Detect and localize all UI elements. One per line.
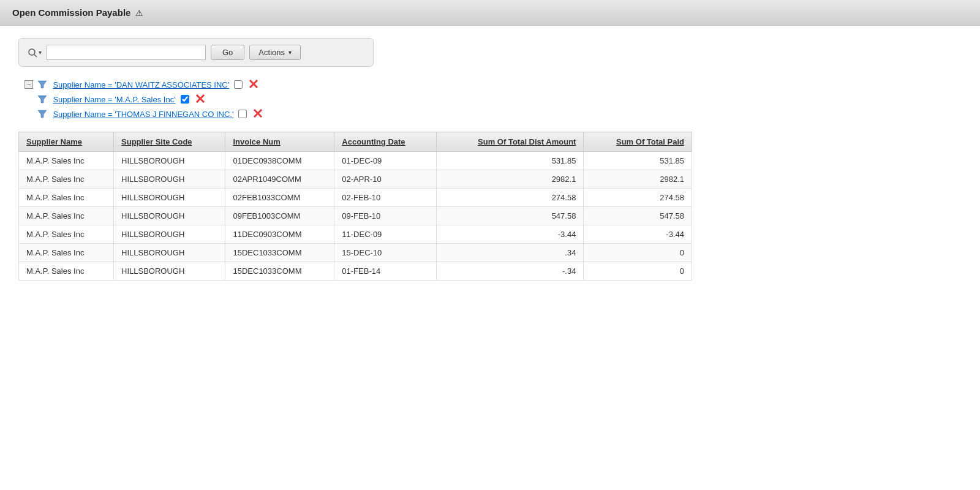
cell-supplier_name: M.A.P. Sales Inc	[19, 225, 114, 244]
funnel-icon-3	[37, 108, 48, 119]
cell-supplier_site_code: HILLSBOROUGH	[114, 244, 225, 262]
filter-checkbox-3[interactable]	[238, 110, 247, 118]
cell-supplier_name: M.A.P. Sales Inc	[19, 189, 114, 207]
page-title: Open Commission Payable	[12, 7, 130, 18]
filter-checkbox-1[interactable]	[234, 80, 243, 89]
filter-link-3[interactable]: Supplier Name = 'THOMAS J FINNEGAN CO IN…	[53, 110, 233, 119]
funnel-icon-2	[37, 94, 48, 105]
search-input[interactable]	[47, 45, 206, 60]
table-row: M.A.P. Sales IncHILLSBOROUGH02FEB1033COM…	[19, 189, 692, 207]
cell-invoice_num: 15DEC1033COMM	[225, 262, 334, 281]
filter-link-1[interactable]: Supplier Name = 'DAN WAITZ ASSOCIATES IN…	[53, 80, 229, 89]
collapse-icon[interactable]: −	[24, 80, 33, 89]
filter-link-2[interactable]: Supplier Name = 'M.A.P. Sales Inc'	[53, 95, 175, 104]
table-row: M.A.P. Sales IncHILLSBOROUGH15DEC1033COM…	[19, 262, 692, 281]
filter-rows: Supplier Name = 'DAN WAITZ ASSOCIATES IN…	[37, 79, 263, 119]
cell-supplier_site_code: HILLSBOROUGH	[114, 262, 225, 281]
filter-row: Supplier Name = 'M.A.P. Sales Inc'	[37, 94, 263, 105]
data-table: Supplier Name Supplier Site Code Invoice…	[18, 132, 692, 281]
cell-accounting_date: 02-APR-10	[334, 170, 437, 189]
cell-invoice_num: 15DEC1033COMM	[225, 244, 334, 262]
content-area: ▾ Go Actions ▾ −	[0, 26, 980, 293]
delete-icon-3[interactable]	[252, 108, 263, 119]
svg-line-1	[34, 55, 37, 57]
delete-icon-2[interactable]	[194, 94, 205, 105]
cell-supplier_name: M.A.P. Sales Inc	[19, 262, 114, 281]
cell-sum_total_paid: -3.44	[584, 225, 692, 244]
col-header-supplier-site-code: Supplier Site Code	[114, 132, 225, 152]
search-icon-button[interactable]: ▾	[28, 48, 42, 58]
col-header-accounting-date: Accounting Date	[334, 132, 437, 152]
cell-accounting_date: 09-FEB-10	[334, 207, 437, 225]
cell-supplier_site_code: HILLSBOROUGH	[114, 170, 225, 189]
cell-sum_dist_amount: .34	[436, 244, 584, 262]
table-header-row: Supplier Name Supplier Site Code Invoice…	[19, 132, 692, 152]
col-header-invoice-num: Invoice Num	[225, 132, 334, 152]
delete-icon-1[interactable]	[247, 79, 258, 90]
cell-supplier_name: M.A.P. Sales Inc	[19, 152, 114, 170]
svg-marker-10	[254, 110, 262, 117]
cell-sum_dist_amount: -.34	[436, 262, 584, 281]
page-container: Open Commission Payable ⚠ ▾ Go Actions ▾	[0, 0, 980, 490]
cell-invoice_num: 09FEB1003COMM	[225, 207, 334, 225]
table-row: M.A.P. Sales IncHILLSBOROUGH11DEC0903COM…	[19, 225, 692, 244]
table-row: M.A.P. Sales IncHILLSBOROUGH01DEC0938COM…	[19, 152, 692, 170]
svg-marker-5	[38, 96, 47, 103]
filter-row: Supplier Name = 'DAN WAITZ ASSOCIATES IN…	[37, 79, 263, 90]
col-header-sum-total-paid: Sum Of Total Paid	[584, 132, 692, 152]
title-bar: Open Commission Payable ⚠	[0, 0, 980, 26]
cell-sum_total_paid: 547.58	[584, 207, 692, 225]
cell-sum_dist_amount: 531.85	[436, 152, 584, 170]
cell-invoice_num: 02FEB1033COMM	[225, 189, 334, 207]
table-row: M.A.P. Sales IncHILLSBOROUGH02APR1049COM…	[19, 170, 692, 189]
cell-supplier_site_code: HILLSBOROUGH	[114, 207, 225, 225]
cell-accounting_date: 02-FEB-10	[334, 189, 437, 207]
cell-sum_total_paid: 0	[584, 244, 692, 262]
col-sort-supplier-site-code[interactable]: Supplier Site Code	[121, 137, 192, 146]
cell-sum_dist_amount: 274.58	[436, 189, 584, 207]
cell-sum_total_paid: 0	[584, 262, 692, 281]
col-sort-accounting-date[interactable]: Accounting Date	[342, 137, 405, 146]
cell-supplier_site_code: HILLSBOROUGH	[114, 189, 225, 207]
cell-invoice_num: 01DEC0938COMM	[225, 152, 334, 170]
cell-sum_total_paid: 531.85	[584, 152, 692, 170]
table-row: M.A.P. Sales IncHILLSBOROUGH09FEB1003COM…	[19, 207, 692, 225]
col-sort-supplier-name[interactable]: Supplier Name	[26, 137, 82, 146]
cell-accounting_date: 11-DEC-09	[334, 225, 437, 244]
filter-group: − Supplier Name = 'DAN WAITZ ASSOCIATES …	[24, 79, 962, 119]
svg-point-0	[29, 49, 35, 55]
cell-sum_dist_amount: -3.44	[436, 225, 584, 244]
cell-accounting_date: 01-FEB-14	[334, 262, 437, 281]
actions-label: Actions	[258, 48, 285, 57]
search-dropdown-arrow: ▾	[39, 49, 42, 56]
cell-invoice_num: 11DEC0903COMM	[225, 225, 334, 244]
svg-marker-7	[197, 95, 204, 102]
warning-icon: ⚠	[135, 8, 143, 18]
go-button[interactable]: Go	[211, 45, 244, 60]
cell-sum_total_paid: 274.58	[584, 189, 692, 207]
cell-accounting_date: 01-DEC-09	[334, 152, 437, 170]
col-header-sum-dist-amount: Sum Of Total Dist Amount	[436, 132, 584, 152]
filters-section: − Supplier Name = 'DAN WAITZ ASSOCIATES …	[18, 79, 962, 119]
cell-sum_total_paid: 2982.1	[584, 170, 692, 189]
col-sort-sum-total-paid[interactable]: Sum Of Total Paid	[616, 137, 684, 146]
cell-invoice_num: 02APR1049COMM	[225, 170, 334, 189]
filter-row: Supplier Name = 'THOMAS J FINNEGAN CO IN…	[37, 108, 263, 119]
cell-accounting_date: 15-DEC-10	[334, 244, 437, 262]
cell-supplier_name: M.A.P. Sales Inc	[19, 207, 114, 225]
svg-marker-8	[38, 110, 47, 118]
col-header-supplier-name: Supplier Name	[19, 132, 114, 152]
cell-supplier_site_code: HILLSBOROUGH	[114, 152, 225, 170]
funnel-icon-1	[37, 79, 48, 90]
cell-sum_dist_amount: 2982.1	[436, 170, 584, 189]
search-bar: ▾ Go Actions ▾	[18, 38, 374, 67]
actions-button[interactable]: Actions ▾	[249, 45, 301, 60]
cell-supplier_name: M.A.P. Sales Inc	[19, 244, 114, 262]
search-icon	[28, 48, 37, 58]
col-sort-sum-dist-amount[interactable]: Sum Of Total Dist Amount	[478, 137, 576, 146]
cell-sum_dist_amount: 547.58	[436, 207, 584, 225]
cell-supplier_site_code: HILLSBOROUGH	[114, 225, 225, 244]
filter-checkbox-2[interactable]	[181, 95, 189, 104]
col-sort-invoice-num[interactable]: Invoice Num	[233, 137, 280, 146]
svg-marker-2	[38, 81, 47, 88]
